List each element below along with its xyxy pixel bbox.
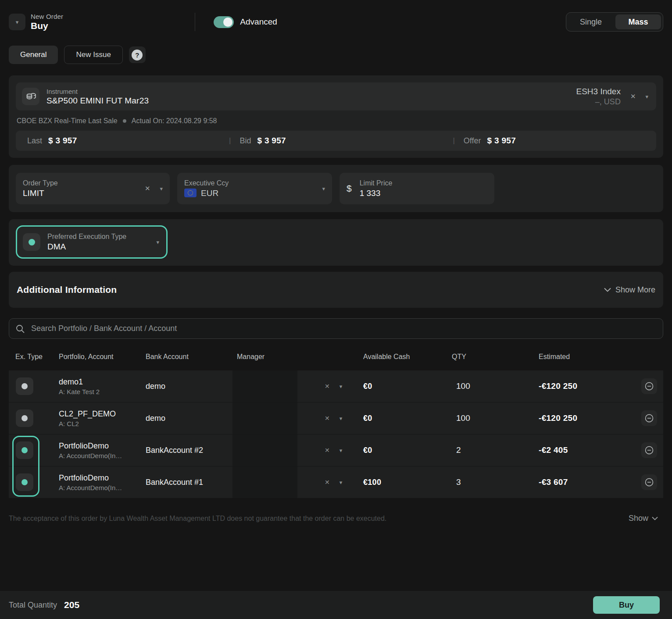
price-offer: Offer $ 3 957 [464,136,652,146]
chevron-down-icon[interactable]: ▾ [160,186,163,192]
qty-cell[interactable]: 3 [452,477,539,487]
available-cash-cell: €0 [363,382,452,391]
buy-button[interactable]: Buy [593,596,660,614]
show-disclaimer-button[interactable]: Show [629,514,663,523]
mode-option-mass[interactable]: Mass [615,14,661,29]
teal-dot-icon [29,239,35,245]
ex-type-dot-icon [21,447,28,453]
execution-type-indicator [23,233,40,251]
chevron-down-icon: ▾ [16,19,19,25]
search-icon [15,324,25,334]
col-available-cash: Available Cash [363,353,452,361]
disclaimer-row: The acceptance of this order by Luna Wea… [9,514,663,523]
estimated-cell: -€3 607 [539,477,641,487]
offer-value: $ 3 957 [487,136,516,146]
order-type-field[interactable]: Order Type LIMIT ✕ ▾ [16,173,170,204]
ex-type-toggle[interactable] [16,473,33,491]
chevron-down-icon[interactable]: ▾ [340,448,343,453]
chevron-down-icon[interactable]: ▾ [340,384,343,389]
clear-manager-icon[interactable]: ✕ [325,415,330,422]
portfolio-cell: PortfolioDemo A: AccountDemo(In… [53,473,140,491]
manager-field[interactable] [232,402,297,434]
disclaimer-text: The acceptance of this order by Luna Wea… [9,515,386,523]
remove-row-button[interactable] [641,474,657,490]
advanced-toggle[interactable] [214,16,234,28]
clear-order-type-icon[interactable]: ✕ [145,185,150,192]
help-button[interactable]: ? [129,46,146,63]
executive-ccy-field[interactable]: Executive Ccy EUR ▾ [177,173,332,204]
bank-account-cell: BankAccount #1 [140,478,232,487]
qty-cell[interactable]: 100 [452,413,539,423]
manager-field[interactable] [232,370,297,402]
show-label: Show [629,514,648,523]
chevron-down-icon[interactable]: ▾ [340,416,343,421]
minus-circle-icon [644,381,654,391]
table-header: Ex. Type Portfolio, Account Bank Account… [9,348,663,366]
chevron-down-icon[interactable]: ▾ [322,186,325,192]
coins-icon [22,88,39,105]
preferred-execution-label: Preferred Execution Type [47,233,126,241]
manager-cell: ✕ ▾ [232,402,363,434]
last-value: $ 3 957 [48,136,77,146]
chevron-down-icon[interactable]: ▾ [340,480,343,485]
tab-general[interactable]: General [9,46,58,64]
manager-cell: ✕ ▾ [232,434,363,466]
chevron-down-icon[interactable]: ▾ [156,239,159,245]
chevron-down-icon[interactable]: ▾ [645,94,648,100]
executive-ccy-label: Executive Ccy [184,179,229,187]
limit-price-value: 1 333 [360,189,393,198]
ex-type-dot-icon [21,479,28,485]
estimated-cell: -€120 250 [539,381,641,391]
ex-type-dot-icon [21,415,28,421]
manager-field[interactable] [232,434,297,466]
eu-flag-icon [184,189,197,197]
table-row: PortfolioDemo A: AccountDemo(In… BankAcc… [9,434,663,466]
bank-account-cell: demo [140,382,232,391]
tab-new-issue[interactable]: New Issue [64,46,122,64]
account-name: A: AccountDemo(In… [59,452,140,459]
feed-source: CBOE BZX Real-Time Last Sale [17,117,118,125]
side-dropdown-button[interactable]: ▾ [9,14,25,30]
remove-row-button[interactable] [641,410,657,426]
price-last: Last $ 3 957 [20,136,229,146]
feed-dot-icon [123,119,126,123]
qty-cell[interactable]: 100 [452,381,539,391]
ex-type-toggle[interactable] [16,441,33,459]
show-more-button[interactable]: Show More [604,285,655,295]
col-ex-type: Ex. Type [9,353,53,361]
price-bid: Bid $ 3 957 [239,136,453,146]
order-type-value: LIMIT [23,189,58,198]
search-input[interactable] [31,324,657,333]
limit-price-field[interactable]: $ Limit Price 1 333 [340,173,494,204]
ex-type-toggle[interactable] [16,409,33,427]
footer-bar: Total Quantity 205 Buy [0,591,672,619]
header-divider [195,13,195,31]
preferred-execution-value: DMA [47,242,126,252]
instrument-right: ESH3 Index –, USD ✕ ▾ [576,87,648,107]
bank-account-cell: BankAccount #2 [140,446,232,455]
instrument-field[interactable]: Instrument S&P500 EMINI FUT Mar23 ESH3 I… [16,82,656,110]
clear-instrument-icon[interactable]: ✕ [630,92,636,100]
remove-row-button[interactable] [641,378,657,394]
portfolio-name: demo1 [59,377,140,387]
additional-info-section: Additional Information Show More [9,272,663,308]
manager-field[interactable] [232,466,297,498]
table-row: PortfolioDemo A: AccountDemo(In… BankAcc… [9,466,663,498]
qty-cell[interactable]: 2 [452,445,539,455]
col-qty: QTY [452,353,539,361]
offer-label: Offer [464,136,481,146]
help-icon: ? [132,50,143,60]
available-cash-cell: €0 [363,414,452,423]
col-estimated: Estimated [539,353,641,361]
order-side: New Order Buy [31,13,63,31]
estimated-cell: -€2 405 [539,445,641,455]
preferred-execution-field[interactable]: Preferred Execution Type DMA ▾ [16,225,168,259]
clear-manager-icon[interactable]: ✕ [325,383,330,390]
portfolio-cell: demo1 A: Kate Test 2 [53,377,140,395]
clear-manager-icon[interactable]: ✕ [325,479,330,486]
mode-option-single[interactable]: Single [568,14,614,29]
clear-manager-icon[interactable]: ✕ [325,447,330,454]
ex-type-toggle[interactable] [16,377,33,395]
remove-row-button[interactable] [641,442,657,458]
preferred-execution-section: Preferred Execution Type DMA ▾ [9,219,663,266]
